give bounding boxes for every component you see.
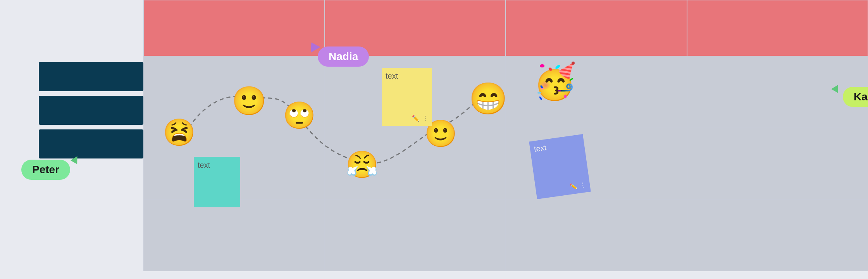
sticky-blue-actions[interactable]: ✏️ ⋮: [569, 181, 586, 191]
emoji-grin: 😁: [469, 81, 508, 117]
cell-r4-c1: [143, 200, 325, 271]
cell-r4-c2: [325, 200, 506, 271]
peter-label-text: Peter: [32, 164, 59, 176]
main-grid: [143, 0, 868, 279]
label-kalif: Kalif: [843, 87, 868, 107]
cell-r1-c4: [687, 0, 868, 56]
sticky-blue[interactable]: text ✏️ ⋮: [529, 134, 591, 199]
label-peter: Peter: [21, 160, 70, 180]
emoji-smile-1: 🙂: [232, 84, 267, 117]
emoji-party: 🥳: [533, 61, 577, 102]
cell-r1-c1: [143, 0, 325, 56]
edit-icon-blue[interactable]: ✏️: [569, 182, 578, 191]
sidebar-block-1: [39, 62, 143, 91]
emoji-tired: 😫: [163, 117, 196, 148]
cell-r2-c4: [687, 56, 868, 128]
sidebar: [39, 62, 143, 158]
kalif-label-text: Kalif: [854, 91, 868, 103]
sticky-cyan-text: text: [198, 161, 210, 170]
sticky-yellow-text: text: [386, 72, 398, 81]
sticky-blue-text: text: [534, 143, 547, 153]
more-icon-blue[interactable]: ⋮: [579, 181, 586, 189]
more-icon[interactable]: ⋮: [422, 115, 428, 122]
cell-r4-c3: [506, 200, 687, 271]
emoji-grumpy: 😤: [346, 149, 379, 180]
sticky-yellow[interactable]: text ✏️ ⋮: [382, 68, 432, 126]
sidebar-block-3: [39, 129, 143, 158]
sidebar-block-2: [39, 96, 143, 125]
emoji-eyeroll: 🙄: [283, 100, 316, 131]
edit-icon[interactable]: ✏️: [412, 115, 420, 122]
cell-r4-c4: [687, 200, 868, 271]
label-nadia: Nadia: [318, 46, 369, 67]
cell-r3-c4: [687, 128, 868, 200]
sticky-yellow-actions[interactable]: ✏️ ⋮: [412, 115, 428, 122]
nadia-label-text: Nadia: [329, 50, 358, 62]
sticky-cyan[interactable]: text: [194, 157, 240, 207]
cell-r1-c3: [506, 0, 687, 56]
